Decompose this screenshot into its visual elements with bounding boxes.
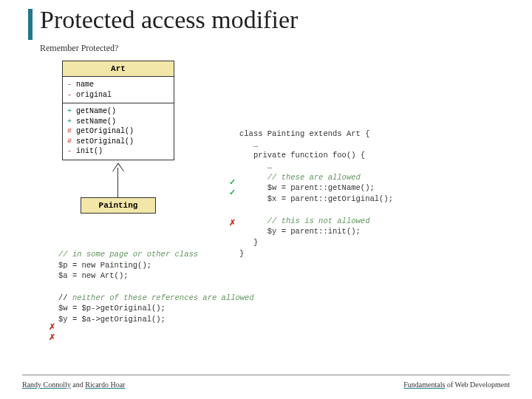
code-line: $p = new Painting();	[58, 261, 151, 270]
accent-bar	[28, 9, 33, 40]
code-line: private function foo() {	[239, 151, 365, 160]
uml-attr: original	[76, 91, 112, 99]
uml-op: init()	[76, 147, 103, 155]
code-line: $w = $p->getOriginal();	[58, 304, 166, 313]
code-comment: // this is not allowed	[239, 216, 369, 225]
uml-art-attrs: -name -original	[63, 77, 174, 103]
code-external-usage: // in some page or other class $p = new …	[58, 249, 254, 325]
book-title-part: Fundamentals	[403, 381, 445, 389]
footer-book: Fundamentals of Web Development	[403, 381, 510, 389]
uml-op: setName()	[76, 117, 116, 126]
vis-public-icon: +	[67, 106, 76, 117]
uml-art-ops: +getName() +setName() #getOriginal() #se…	[63, 103, 174, 160]
code-class-painting: class Painting extends Art { … private f…	[239, 129, 393, 259]
code-line: $a = new Art();	[58, 271, 129, 280]
vis-private-icon: -	[67, 80, 76, 90]
book-title-part: of Web Development	[445, 381, 510, 389]
footer-text: and	[71, 381, 85, 389]
code-line: $x = parent::getOriginal();	[239, 194, 393, 203]
author-name: Randy Connolly	[22, 381, 71, 389]
uml-op: getOriginal()	[76, 127, 134, 135]
uml-attr: name	[76, 81, 94, 89]
code-line: …	[239, 140, 258, 149]
code-comment: // these are allowed	[239, 173, 361, 182]
uml-art-header: Art	[63, 61, 174, 77]
check-icon: ✓	[229, 177, 236, 187]
footer-divider	[22, 375, 510, 375]
vis-protected-icon: #	[67, 137, 76, 147]
author-name: Ricardo Hoar	[85, 381, 125, 389]
uml-op: getName()	[76, 107, 116, 115]
cross-icon: ✗	[229, 218, 236, 228]
code-line: // neither of these references are allow…	[58, 293, 254, 302]
content-area: Art -name -original +getName() +setName(…	[40, 61, 498, 356]
cross-icon: ✗	[49, 332, 55, 342]
inheritance-arrow-fill	[113, 164, 123, 171]
code-comment: // in some page or other class	[58, 250, 198, 259]
footer-authors: Randy Connolly and Ricardo Hoar	[22, 381, 125, 389]
code-line: …	[239, 162, 272, 171]
vis-public-icon: +	[67, 117, 76, 127]
code-line: }	[239, 238, 258, 247]
uml-class-painting: Painting	[81, 197, 156, 214]
vis-protected-icon: #	[67, 126, 76, 137]
slide-title: Protected access modifier	[40, 6, 298, 34]
vis-private-icon: -	[67, 90, 76, 100]
code-line: class Painting extends Art {	[239, 129, 369, 138]
check-icon: ✓	[229, 188, 236, 197]
uml-op: setOriginal()	[76, 137, 134, 146]
code-line: $y = parent::init();	[239, 227, 361, 236]
inheritance-line	[117, 168, 118, 197]
vis-private-icon: -	[67, 146, 76, 157]
code-line: $w = parent::getName();	[239, 183, 375, 192]
uml-class-art: Art -name -original +getName() +setName(…	[62, 61, 174, 160]
code-line: $y = $a->getOriginal();	[58, 315, 166, 324]
slide-subtitle: Remember Protected?	[40, 43, 118, 54]
cross-icon: ✗	[49, 322, 55, 332]
